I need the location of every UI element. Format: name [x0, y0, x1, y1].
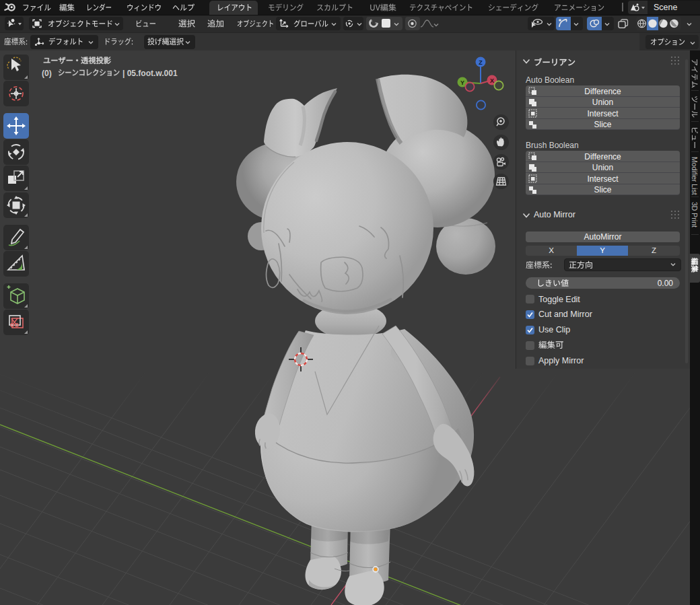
- svg-text:Modifier List: Modifier List: [691, 157, 699, 195]
- svg-text:X: X: [490, 77, 494, 84]
- svg-text:3D Print: 3D Print: [691, 202, 699, 227]
- svg-text:Y: Y: [460, 79, 464, 86]
- svg-text:Z: Z: [479, 59, 483, 66]
